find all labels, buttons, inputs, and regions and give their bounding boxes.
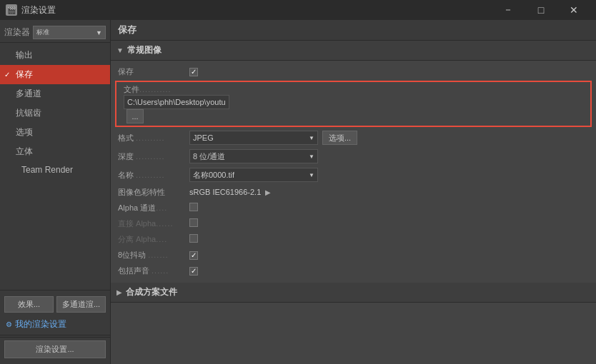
renderer-value: 标准 [36,28,49,37]
format-options-button[interactable]: 选项... [322,131,357,145]
alpha-channel-checkbox[interactable] [189,203,198,211]
separate-alpha-row: 分离 Alpha.... [111,231,596,247]
include-sound-control [189,266,589,275]
sidebar-separator [0,335,110,335]
save-checkbox[interactable] [189,68,198,76]
renderer-dropdown[interactable]: 标准 ▼ [33,26,106,39]
panel-collapse-arrow: ▼ [116,46,124,54]
file-path-label: 文件........... ... [124,84,195,123]
format-value: JPEG [193,133,214,142]
composite-panel: ▶ 合成方案文件 [111,283,596,303]
color-profile-label: 图像色彩特性 [118,187,189,198]
dither-control [189,250,589,260]
include-sound-row: 包括声音 ...... [111,263,596,278]
depth-label: 深度 .......... [118,151,189,162]
color-profile-value: sRGB IEC61966-2.1 [189,188,261,196]
depth-dropdown-arrow: ▼ [309,153,314,160]
depth-value: 8 位/通道 [193,151,225,162]
sidebar-item-multichannel[interactable]: 多通道 [0,84,110,103]
sidebar-item-options[interactable]: 选项 [0,123,110,142]
minimize-button[interactable]: － [492,0,525,20]
dither-checkbox[interactable] [189,251,198,260]
color-profile-row: 图像色彩特性 sRGB IEC61966-2.1 ▶ [111,184,596,200]
maximize-button[interactable]: □ [525,0,557,20]
include-sound-label: 包括声音 ...... [118,266,189,276]
render-btn-container: 渲染设置... [0,337,110,361]
main-container: 渲染器 标准 ▼ 输出 保存 多通道 抗锯齿 选项 立体 [0,20,596,364]
name-control: 名称0000.tif ▼ [189,168,589,182]
window-title: 渲染设置 [21,4,492,16]
sidebar-nav: 输出 保存 多通道 抗锯齿 选项 立体 Team Render [0,46,110,290]
format-row: 格式 .......... JPEG ▼ 选项... [111,128,596,147]
depth-dropdown[interactable]: 8 位/通道 ▼ [189,149,318,163]
sidebar: 渲染器 标准 ▼ 输出 保存 多通道 抗锯齿 选项 立体 [0,20,111,364]
normal-images-title: 常规图像 [127,44,162,56]
save-label: 保存 [118,66,189,77]
sidebar-item-antialias[interactable]: 抗锯齿 [0,103,110,123]
sidebar-item-teamrender-label: Team Render [21,165,73,175]
depth-control: 8 位/通道 ▼ [189,149,589,163]
format-control: JPEG ▼ 选项... [189,131,589,145]
sidebar-item-teamrender[interactable]: Team Render [0,161,110,178]
alpha-channel-control [189,203,589,213]
sidebar-item-stereo[interactable]: 立体 [0,142,110,161]
normal-images-panel: ▼ 常规图像 保存 文件........... ... [111,41,596,281]
name-dropdown-arrow: ▼ [309,172,314,178]
separate-alpha-label: 分离 Alpha.... [118,234,189,245]
straight-alpha-control [189,218,589,229]
my-settings-row[interactable]: ⚙ 我的渲染设置 [0,315,110,333]
sidebar-item-save[interactable]: 保存 [0,65,110,84]
alpha-channel-row: Alpha 通道.... [111,200,596,216]
renderer-row: 渲染器 标准 ▼ [0,23,110,43]
dither-label: 8位抖动 ....... [118,250,189,261]
name-row: 名称 .......... 名称0000.tif ▼ [111,166,596,184]
normal-images-form: 保存 文件........... ... 格式 .......... [111,61,596,281]
renderer-dropdown-arrow: ▼ [96,29,102,36]
format-label: 格式 .......... [118,133,189,143]
sidebar-item-output[interactable]: 输出 [0,46,110,65]
section-title: 保存 [118,24,136,36]
composite-panel-arrow: ▶ [116,288,122,296]
multichannel-button[interactable]: 多通道渲... [56,296,106,313]
save-checkbox-control [189,66,589,76]
file-path-input[interactable] [124,95,229,109]
color-profile-control: sRGB IEC61966-2.1 ▶ [189,188,589,196]
dither-row: 8位抖动 ....... [111,247,596,263]
window-controls: － □ ✕ [492,0,590,20]
straight-alpha-checkbox[interactable] [189,218,198,227]
render-settings-button[interactable]: 渲染设置... [4,340,106,358]
depth-row: 深度 .......... 8 位/通道 ▼ [111,147,596,166]
include-sound-checkbox[interactable] [189,267,198,275]
alpha-channel-label: Alpha 通道.... [118,203,189,213]
normal-images-panel-header[interactable]: ▼ 常规图像 [111,41,596,61]
sidebar-item-options-label: 选项 [16,126,33,138]
format-dropdown[interactable]: JPEG ▼ [189,131,318,145]
my-settings-label: 我的渲染设置 [15,318,66,330]
section-header: 保存 [111,20,596,41]
composite-panel-title: 合成方案文件 [126,286,177,298]
titlebar: 🎬 渲染设置 － □ ✕ [0,0,596,20]
separate-alpha-control [189,234,589,245]
name-label: 名称 .......... [118,170,189,181]
sidebar-item-stereo-label: 立体 [16,146,33,158]
straight-alpha-row: 直接 Alpha...... [111,216,596,231]
composite-panel-header[interactable]: ▶ 合成方案文件 [111,283,596,303]
app-icon: 🎬 [6,4,17,16]
sidebar-bottom-row: 效果... 多通道渲... [0,293,110,315]
straight-alpha-label: 直接 Alpha...... [118,218,189,229]
sidebar-item-output-label: 输出 [16,49,33,61]
content-area: 保存 ▼ 常规图像 保存 文件........... [111,20,596,364]
renderer-label: 渲染器 [4,26,30,39]
effects-button[interactable]: 效果... [4,296,54,313]
settings-small-icon: ⚙ [6,320,12,328]
close-button[interactable]: ✕ [557,0,590,20]
browse-button[interactable]: ... [126,109,144,123]
sidebar-item-save-label: 保存 [16,69,33,81]
save-row: 保存 [111,64,596,79]
file-path-row: 文件........... ... [115,81,592,127]
format-dropdown-arrow: ▼ [309,135,314,141]
separate-alpha-checkbox[interactable] [189,234,198,243]
sidebar-item-multichannel-label: 多通道 [16,88,41,100]
color-profile-arrow[interactable]: ▶ [265,188,271,196]
name-dropdown[interactable]: 名称0000.tif ▼ [189,168,318,182]
